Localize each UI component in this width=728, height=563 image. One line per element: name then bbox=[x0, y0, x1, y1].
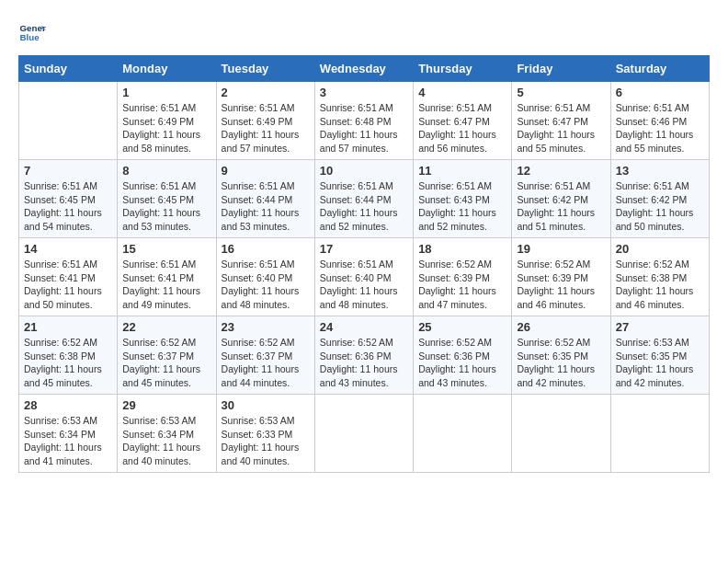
cell-details: Sunrise: 6:51 AMSunset: 6:46 PMDaylight:… bbox=[616, 101, 704, 155]
calendar-cell: 3Sunrise: 6:51 AMSunset: 6:48 PMDaylight… bbox=[314, 82, 413, 160]
day-number: 21 bbox=[24, 320, 112, 334]
day-number: 28 bbox=[24, 398, 112, 412]
header-saturday: Saturday bbox=[610, 56, 709, 82]
calendar-cell: 29Sunrise: 6:53 AMSunset: 6:34 PMDayligh… bbox=[118, 395, 216, 473]
day-number: 13 bbox=[616, 164, 704, 178]
cell-details: Sunrise: 6:52 AMSunset: 6:36 PMDaylight:… bbox=[320, 336, 408, 390]
calendar-cell bbox=[414, 395, 512, 473]
week-row-1: 7Sunrise: 6:51 AMSunset: 6:45 PMDaylight… bbox=[19, 160, 710, 238]
day-number: 30 bbox=[222, 398, 310, 412]
day-number: 1 bbox=[122, 86, 210, 99]
cell-details: Sunrise: 6:51 AMSunset: 6:42 PMDaylight:… bbox=[517, 179, 605, 234]
cell-details: Sunrise: 6:52 AMSunset: 6:35 PMDaylight:… bbox=[517, 336, 605, 390]
cell-details: Sunrise: 6:52 AMSunset: 6:37 PMDaylight:… bbox=[222, 336, 310, 390]
cell-details: Sunrise: 6:51 AMSunset: 6:40 PMDaylight:… bbox=[320, 258, 408, 312]
day-number: 25 bbox=[418, 320, 506, 334]
day-number: 29 bbox=[122, 398, 210, 412]
calendar-cell: 26Sunrise: 6:52 AMSunset: 6:35 PMDayligh… bbox=[512, 316, 610, 395]
svg-text:Blue: Blue bbox=[20, 32, 40, 42]
cell-details: Sunrise: 6:51 AMSunset: 6:43 PMDaylight:… bbox=[418, 179, 506, 234]
cell-details: Sunrise: 6:52 AMSunset: 6:39 PMDaylight:… bbox=[517, 258, 605, 312]
day-number: 2 bbox=[222, 86, 310, 99]
header-tuesday: Tuesday bbox=[216, 56, 314, 82]
week-row-3: 21Sunrise: 6:52 AMSunset: 6:38 PMDayligh… bbox=[19, 316, 710, 395]
calendar-cell bbox=[314, 395, 413, 473]
header-monday: Monday bbox=[118, 56, 216, 82]
cell-details: Sunrise: 6:51 AMSunset: 6:42 PMDaylight:… bbox=[616, 179, 704, 234]
cell-details: Sunrise: 6:53 AMSunset: 6:34 PMDaylight:… bbox=[24, 414, 112, 468]
day-number: 20 bbox=[616, 242, 704, 256]
day-number: 6 bbox=[616, 86, 704, 99]
cell-details: Sunrise: 6:51 AMSunset: 6:44 PMDaylight:… bbox=[320, 179, 408, 234]
header-wednesday: Wednesday bbox=[314, 56, 413, 82]
calendar-table: SundayMondayTuesdayWednesdayThursdayFrid… bbox=[18, 55, 710, 473]
calendar-cell: 10Sunrise: 6:51 AMSunset: 6:44 PMDayligh… bbox=[314, 160, 413, 238]
calendar-cell: 30Sunrise: 6:53 AMSunset: 6:33 PMDayligh… bbox=[216, 395, 314, 473]
day-number: 24 bbox=[320, 320, 408, 334]
calendar-cell bbox=[610, 395, 709, 473]
day-number: 12 bbox=[517, 164, 605, 178]
calendar-cell: 9Sunrise: 6:51 AMSunset: 6:44 PMDaylight… bbox=[216, 160, 314, 238]
cell-details: Sunrise: 6:51 AMSunset: 6:41 PMDaylight:… bbox=[24, 258, 112, 312]
cell-details: Sunrise: 6:52 AMSunset: 6:36 PMDaylight:… bbox=[418, 336, 506, 390]
calendar-cell: 20Sunrise: 6:52 AMSunset: 6:38 PMDayligh… bbox=[610, 238, 709, 316]
logo-icon: General Blue bbox=[18, 18, 46, 46]
day-number: 23 bbox=[222, 320, 310, 334]
calendar-cell: 1Sunrise: 6:51 AMSunset: 6:49 PMDaylight… bbox=[118, 82, 216, 160]
week-row-4: 28Sunrise: 6:53 AMSunset: 6:34 PMDayligh… bbox=[19, 395, 710, 473]
calendar-cell: 18Sunrise: 6:52 AMSunset: 6:39 PMDayligh… bbox=[414, 238, 512, 316]
calendar-cell bbox=[19, 82, 118, 160]
cell-details: Sunrise: 6:51 AMSunset: 6:48 PMDaylight:… bbox=[320, 101, 408, 155]
calendar-cell: 2Sunrise: 6:51 AMSunset: 6:49 PMDaylight… bbox=[216, 82, 314, 160]
cell-details: Sunrise: 6:51 AMSunset: 6:41 PMDaylight:… bbox=[122, 258, 210, 312]
week-row-0: 1Sunrise: 6:51 AMSunset: 6:49 PMDaylight… bbox=[19, 82, 710, 160]
day-number: 10 bbox=[320, 164, 408, 178]
week-row-2: 14Sunrise: 6:51 AMSunset: 6:41 PMDayligh… bbox=[19, 238, 710, 316]
day-number: 16 bbox=[222, 242, 310, 256]
day-number: 14 bbox=[24, 242, 112, 256]
header-sunday: Sunday bbox=[19, 56, 118, 82]
cell-details: Sunrise: 6:51 AMSunset: 6:49 PMDaylight:… bbox=[122, 101, 210, 155]
day-number: 11 bbox=[418, 164, 506, 178]
calendar-cell: 15Sunrise: 6:51 AMSunset: 6:41 PMDayligh… bbox=[118, 238, 216, 316]
calendar-cell: 11Sunrise: 6:51 AMSunset: 6:43 PMDayligh… bbox=[414, 160, 512, 238]
header-friday: Friday bbox=[512, 56, 610, 82]
cell-details: Sunrise: 6:51 AMSunset: 6:47 PMDaylight:… bbox=[517, 101, 605, 155]
day-number: 8 bbox=[122, 164, 210, 178]
cell-details: Sunrise: 6:51 AMSunset: 6:47 PMDaylight:… bbox=[418, 101, 506, 155]
calendar-cell: 21Sunrise: 6:52 AMSunset: 6:38 PMDayligh… bbox=[19, 316, 118, 395]
calendar-cell: 7Sunrise: 6:51 AMSunset: 6:45 PMDaylight… bbox=[19, 160, 118, 238]
day-number: 27 bbox=[616, 320, 704, 334]
calendar-cell: 4Sunrise: 6:51 AMSunset: 6:47 PMDaylight… bbox=[414, 82, 512, 160]
cell-details: Sunrise: 6:51 AMSunset: 6:45 PMDaylight:… bbox=[122, 179, 210, 234]
day-number: 22 bbox=[122, 320, 210, 334]
calendar-cell: 16Sunrise: 6:51 AMSunset: 6:40 PMDayligh… bbox=[216, 238, 314, 316]
day-number: 9 bbox=[222, 164, 310, 178]
day-number: 4 bbox=[418, 86, 506, 99]
calendar-cell: 8Sunrise: 6:51 AMSunset: 6:45 PMDaylight… bbox=[118, 160, 216, 238]
day-number: 19 bbox=[517, 242, 605, 256]
cell-details: Sunrise: 6:53 AMSunset: 6:33 PMDaylight:… bbox=[222, 414, 310, 468]
page-header: General Blue bbox=[18, 18, 710, 46]
day-number: 7 bbox=[24, 164, 112, 178]
calendar-cell: 22Sunrise: 6:52 AMSunset: 6:37 PMDayligh… bbox=[118, 316, 216, 395]
cell-details: Sunrise: 6:51 AMSunset: 6:44 PMDaylight:… bbox=[222, 179, 310, 234]
calendar-cell: 25Sunrise: 6:52 AMSunset: 6:36 PMDayligh… bbox=[414, 316, 512, 395]
cell-details: Sunrise: 6:51 AMSunset: 6:45 PMDaylight:… bbox=[24, 179, 112, 234]
cell-details: Sunrise: 6:51 AMSunset: 6:40 PMDaylight:… bbox=[222, 258, 310, 312]
cell-details: Sunrise: 6:52 AMSunset: 6:37 PMDaylight:… bbox=[122, 336, 210, 390]
logo: General Blue bbox=[18, 18, 50, 46]
cell-details: Sunrise: 6:51 AMSunset: 6:49 PMDaylight:… bbox=[222, 101, 310, 155]
cell-details: Sunrise: 6:52 AMSunset: 6:38 PMDaylight:… bbox=[24, 336, 112, 390]
calendar-cell: 24Sunrise: 6:52 AMSunset: 6:36 PMDayligh… bbox=[314, 316, 413, 395]
day-number: 5 bbox=[517, 86, 605, 99]
day-number: 18 bbox=[418, 242, 506, 256]
header-thursday: Thursday bbox=[414, 56, 512, 82]
calendar-cell: 17Sunrise: 6:51 AMSunset: 6:40 PMDayligh… bbox=[314, 238, 413, 316]
header-row: SundayMondayTuesdayWednesdayThursdayFrid… bbox=[19, 56, 710, 82]
calendar-cell: 19Sunrise: 6:52 AMSunset: 6:39 PMDayligh… bbox=[512, 238, 610, 316]
day-number: 17 bbox=[320, 242, 408, 256]
cell-details: Sunrise: 6:53 AMSunset: 6:35 PMDaylight:… bbox=[616, 336, 704, 390]
cell-details: Sunrise: 6:53 AMSunset: 6:34 PMDaylight:… bbox=[122, 414, 210, 468]
calendar-cell: 23Sunrise: 6:52 AMSunset: 6:37 PMDayligh… bbox=[216, 316, 314, 395]
